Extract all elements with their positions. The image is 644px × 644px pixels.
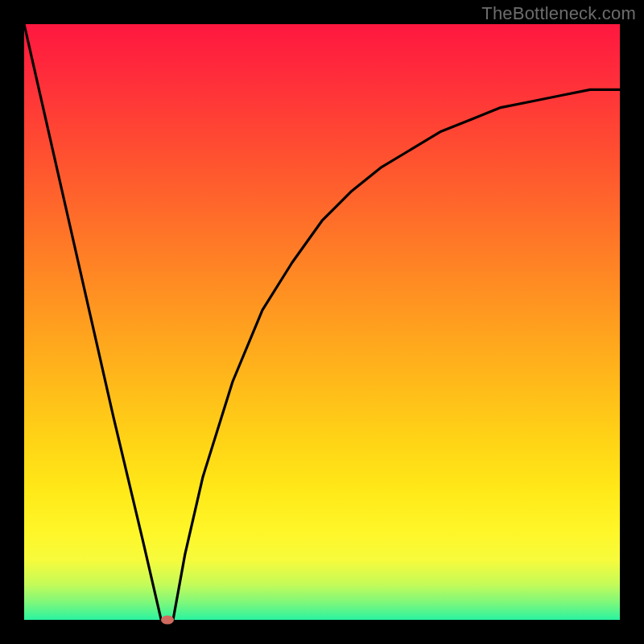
chart-frame: TheBottleneck.com <box>0 0 644 644</box>
minimum-marker-dot <box>161 616 174 625</box>
plot-area <box>24 24 620 620</box>
bottleneck-curve <box>24 24 620 620</box>
watermark-text: TheBottleneck.com <box>481 3 636 24</box>
